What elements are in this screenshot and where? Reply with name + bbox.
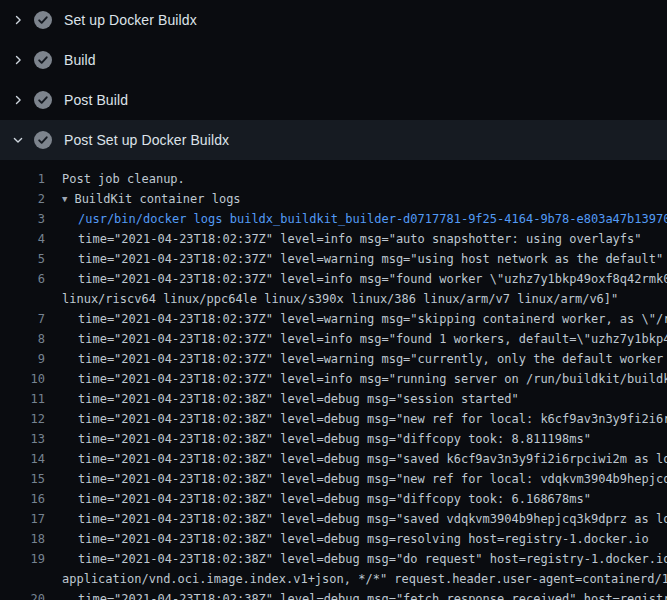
chevron-right-icon (10, 12, 26, 28)
log-line: 17time="2021-04-23T18:02:38Z" level=debu… (0, 509, 667, 529)
log-text: Post job cleanup. (45, 169, 185, 189)
log-line: 15time="2021-04-23T18:02:38Z" level=debu… (0, 469, 667, 489)
log-line: 7time="2021-04-23T18:02:37Z" level=warni… (0, 309, 667, 329)
line-number[interactable]: 15 (0, 469, 45, 489)
check-circle-icon (34, 11, 52, 29)
line-number[interactable]: 20 (0, 589, 45, 600)
step-row[interactable]: Set up Docker Buildx (0, 0, 667, 40)
log-text: time="2021-04-23T18:02:38Z" level=debug … (45, 449, 667, 469)
line-number[interactable]: 10 (0, 369, 45, 389)
check-circle-icon (34, 51, 52, 69)
line-number[interactable]: 7 (0, 309, 45, 329)
log-text: time="2021-04-23T18:02:38Z" level=debug … (45, 469, 667, 489)
steps-list: Set up Docker BuildxBuildPost BuildPost … (0, 0, 667, 160)
log-text: time="2021-04-23T18:02:37Z" level=info m… (45, 369, 667, 389)
line-number[interactable]: 9 (0, 349, 45, 369)
step-label: Build (64, 52, 96, 68)
log-text: application/vnd.oci.image.index.v1+json,… (45, 569, 667, 589)
log-text: time="2021-04-23T18:02:37Z" level=info m… (45, 269, 667, 289)
log-line: 11time="2021-04-23T18:02:38Z" level=debu… (0, 389, 667, 409)
chevron-right-icon (10, 92, 26, 108)
log-line: 3/usr/bin/docker logs buildx_buildkit_bu… (0, 209, 667, 229)
step-row[interactable]: Post Set up Docker Buildx (0, 120, 667, 160)
line-number[interactable]: 11 (0, 389, 45, 409)
chevron-right-icon (10, 52, 26, 68)
line-number[interactable]: 5 (0, 249, 45, 269)
log-text: time="2021-04-23T18:02:37Z" level=info m… (45, 229, 642, 249)
log-command-text: /usr/bin/docker logs buildx_buildkit_bui… (45, 209, 667, 229)
log-text: time="2021-04-23T18:02:38Z" level=debug … (45, 529, 649, 549)
line-number[interactable]: 8 (0, 329, 45, 349)
log-text: time="2021-04-23T18:02:38Z" level=debug … (45, 549, 667, 569)
check-circle-icon (34, 131, 52, 149)
log-line: 13time="2021-04-23T18:02:38Z" level=debu… (0, 429, 667, 449)
log-line: 2▼BuildKit container logs (0, 189, 667, 209)
log-text: time="2021-04-23T18:02:37Z" level=info m… (45, 329, 667, 349)
log-group-header: ▼BuildKit container logs (45, 189, 241, 209)
log-text: time="2021-04-23T18:02:38Z" level=debug … (45, 429, 591, 449)
log-line: 8time="2021-04-23T18:02:37Z" level=info … (0, 329, 667, 349)
log-line: 18time="2021-04-23T18:02:38Z" level=debu… (0, 529, 667, 549)
log-text: time="2021-04-23T18:02:38Z" level=debug … (45, 509, 667, 529)
step-row[interactable]: Post Build (0, 80, 667, 120)
line-number[interactable]: 4 (0, 229, 45, 249)
line-number[interactable]: 1 (0, 169, 45, 189)
step-label: Post Set up Docker Buildx (64, 132, 229, 148)
line-number[interactable]: 13 (0, 429, 45, 449)
line-number[interactable]: 19 (0, 549, 45, 569)
log-text: time="2021-04-23T18:02:38Z" level=debug … (45, 389, 519, 409)
log-text: time="2021-04-23T18:02:38Z" level=debug … (45, 489, 591, 509)
log-line: 10time="2021-04-23T18:02:37Z" level=info… (0, 369, 667, 389)
log-text: time="2021-04-23T18:02:38Z" level=debug … (45, 589, 667, 600)
log-group-title: BuildKit container logs (74, 192, 240, 206)
line-number[interactable]: 18 (0, 529, 45, 549)
log-text: time="2021-04-23T18:02:38Z" level=debug … (45, 409, 667, 429)
log-text: linux/riscv64 linux/ppc64le linux/s390x … (45, 289, 618, 309)
log-line: 9time="2021-04-23T18:02:37Z" level=warni… (0, 349, 667, 369)
line-number[interactable]: 12 (0, 409, 45, 429)
log-line-continuation: application/vnd.oci.image.index.v1+json,… (0, 569, 667, 589)
log-line: 6time="2021-04-23T18:02:37Z" level=info … (0, 269, 667, 289)
log-line: 5time="2021-04-23T18:02:37Z" level=warni… (0, 249, 667, 269)
line-number[interactable]: 3 (0, 209, 45, 229)
line-number[interactable]: 17 (0, 509, 45, 529)
log-line: 12time="2021-04-23T18:02:38Z" level=debu… (0, 409, 667, 429)
line-number[interactable]: 6 (0, 269, 45, 289)
log-line: 20time="2021-04-23T18:02:38Z" level=debu… (0, 589, 667, 600)
step-label: Post Build (64, 92, 128, 108)
log-line-continuation: linux/riscv64 linux/ppc64le linux/s390x … (0, 289, 667, 309)
line-number[interactable]: 16 (0, 489, 45, 509)
log-text: time="2021-04-23T18:02:37Z" level=warnin… (45, 249, 663, 269)
log-line: 14time="2021-04-23T18:02:38Z" level=debu… (0, 449, 667, 469)
chevron-down-icon (10, 132, 26, 148)
step-row[interactable]: Build (0, 40, 667, 80)
line-number-spacer (0, 289, 45, 309)
log-line: 4time="2021-04-23T18:02:37Z" level=info … (0, 229, 667, 249)
check-circle-icon (34, 91, 52, 109)
line-number[interactable]: 2 (0, 189, 45, 209)
step-label: Set up Docker Buildx (64, 12, 197, 28)
triangle-down-icon[interactable]: ▼ (62, 189, 67, 209)
log-line: 19time="2021-04-23T18:02:38Z" level=debu… (0, 549, 667, 569)
log-text: time="2021-04-23T18:02:37Z" level=warnin… (45, 309, 667, 329)
log-area: 1Post job cleanup.2▼BuildKit container l… (0, 160, 667, 600)
line-number[interactable]: 14 (0, 449, 45, 469)
log-text: time="2021-04-23T18:02:37Z" level=warnin… (45, 349, 667, 369)
log-line: 16time="2021-04-23T18:02:38Z" level=debu… (0, 489, 667, 509)
log-line: 1Post job cleanup. (0, 169, 667, 189)
line-number-spacer (0, 569, 45, 589)
